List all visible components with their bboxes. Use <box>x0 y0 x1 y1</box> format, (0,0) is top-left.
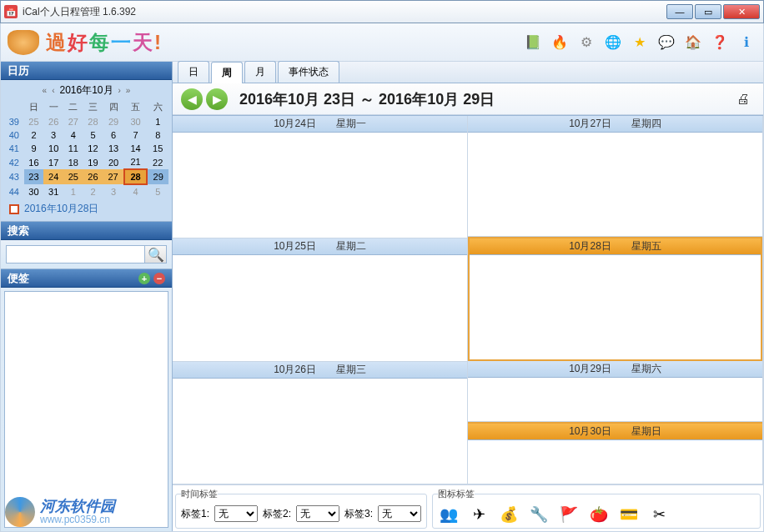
week-header: ◀ ▶ 2016年10月 23日 ～ 2016年10月 29日 🖨 <box>173 83 763 115</box>
book-icon[interactable]: 📗 <box>523 33 543 53</box>
search-input[interactable] <box>6 245 145 263</box>
tab-day[interactable]: 日 <box>178 61 209 83</box>
day-cell-sun[interactable]: 10月30日星期日 <box>468 422 762 484</box>
search-panel-header: 搜索 <box>1 222 172 240</box>
tag3-label: 标签3: <box>344 507 373 521</box>
tag-bar: 时间标签 标签1: 无 标签2: 无 标签3: 无 图标标签 👥 ✈ 💰 🔧 <box>173 484 763 531</box>
search-button[interactable]: 🔍 <box>145 245 167 263</box>
sidebar: 日历 « ‹ 2016年10月 › » 日一二三四五六 392526272829… <box>1 62 173 531</box>
watermark-logo-icon <box>5 497 35 527</box>
tag2-select[interactable]: 无 <box>296 505 339 522</box>
day-cell-tue[interactable]: 10月25日星期二 <box>173 238 467 361</box>
calendar-panel-header: 日历 <box>1 62 172 80</box>
gear-icon[interactable]: ⚙ <box>576 33 596 53</box>
minical-prev-month[interactable]: ‹ <box>52 86 54 95</box>
window-maximize-button[interactable]: ▭ <box>695 4 721 19</box>
home-icon[interactable]: 🏠 <box>683 33 703 53</box>
logo-cup-icon <box>8 30 39 55</box>
window-titlebar: 📅 iCal个人日程管理 1.6.392 — ▭ ✕ <box>0 0 764 23</box>
week-grid: 10月24日星期一 10月25日星期二 10月26日星期三 10月27日星期四 <box>173 115 763 484</box>
minical-today[interactable]: 28 <box>124 169 148 184</box>
day-cell-sat[interactable]: 10月29日星期六 <box>468 361 762 422</box>
goto-today-link[interactable]: 2016年10月28日 <box>4 202 168 216</box>
people-icon[interactable]: 👥 <box>438 504 460 525</box>
tag1-select[interactable]: 无 <box>214 505 258 522</box>
tab-week[interactable]: 周 <box>211 62 243 83</box>
card-icon[interactable]: 💳 <box>618 504 640 525</box>
notes-panel-header: 便签 + − <box>1 269 172 288</box>
app-icon: 📅 <box>4 5 18 18</box>
money-icon[interactable]: 💰 <box>498 504 520 525</box>
flag-icon[interactable]: 🚩 <box>558 504 580 525</box>
prev-week-button[interactable]: ◀ <box>181 88 203 110</box>
time-tag-group: 时间标签 标签1: 无 标签2: 无 标签3: 无 <box>175 488 427 529</box>
day-cell-wed[interactable]: 10月26日星期三 <box>173 362 467 484</box>
window-title: iCal个人日程管理 1.6.392 <box>23 5 136 19</box>
mini-calendar: « ‹ 2016年10月 › » 日一二三四五六 392526272829301… <box>1 80 172 222</box>
watermark: 河东软件园 www.pc0359.cn <box>5 497 115 527</box>
tool-icon[interactable]: 🔧 <box>528 504 550 525</box>
notes-list[interactable] <box>4 291 168 528</box>
week-range-title: 2016年10月 23日 ～ 2016年10月 29日 <box>239 89 495 109</box>
tag2-label: 标签2: <box>263 507 291 521</box>
delete-note-button[interactable]: − <box>153 273 165 284</box>
minical-grid: 日一二三四五六 392526272829301 402345678 419101… <box>4 99 168 198</box>
tab-month[interactable]: 月 <box>244 61 276 83</box>
today-marker-icon <box>9 204 19 214</box>
add-note-button[interactable]: + <box>138 273 150 284</box>
flame-icon[interactable]: 🔥 <box>550 33 570 53</box>
print-button[interactable]: 🖨 <box>736 92 755 107</box>
fruit-icon[interactable]: 🍅 <box>588 504 610 525</box>
minical-next-year[interactable]: » <box>126 86 131 95</box>
globe-icon[interactable]: 🌐 <box>603 33 623 53</box>
day-cell-fri[interactable]: 10月28日星期五 <box>468 237 762 360</box>
main-toolbar: 過好每一天! 📗 🔥 ⚙ 🌐 ★ 💬 🏠 ❓ ℹ <box>0 23 764 62</box>
tag3-select[interactable]: 无 <box>378 505 421 522</box>
window-close-button[interactable]: ✕ <box>723 4 760 19</box>
star-icon[interactable]: ★ <box>630 33 650 53</box>
view-tabs: 日 周 月 事件状态 <box>173 62 763 83</box>
content-area: 日 周 月 事件状态 ◀ ▶ 2016年10月 23日 ～ 2016年10月 2… <box>173 62 763 531</box>
cut-icon[interactable]: ✂ <box>648 504 670 525</box>
day-cell-thu[interactable]: 10月27日星期四 <box>468 116 762 237</box>
window-minimize-button[interactable]: — <box>666 4 693 19</box>
minical-next-month[interactable]: › <box>118 86 121 95</box>
icon-tag-group: 图标标签 👥 ✈ 💰 🔧 🚩 🍅 💳 ✂ <box>432 488 761 529</box>
info-icon[interactable]: ℹ <box>736 33 756 53</box>
tag1-label: 标签1: <box>181 507 209 521</box>
minical-prev-year[interactable]: « <box>43 86 48 95</box>
chat-icon[interactable]: 💬 <box>656 33 676 53</box>
slogan-text: 過好每一天! <box>46 29 163 56</box>
help-icon[interactable]: ❓ <box>710 33 730 53</box>
day-cell-mon[interactable]: 10月24日星期一 <box>173 116 467 238</box>
plane-icon[interactable]: ✈ <box>468 504 490 525</box>
minical-month-label: 2016年10月 <box>59 83 113 98</box>
tab-event-status[interactable]: 事件状态 <box>278 61 339 83</box>
next-week-button[interactable]: ▶ <box>206 88 228 110</box>
